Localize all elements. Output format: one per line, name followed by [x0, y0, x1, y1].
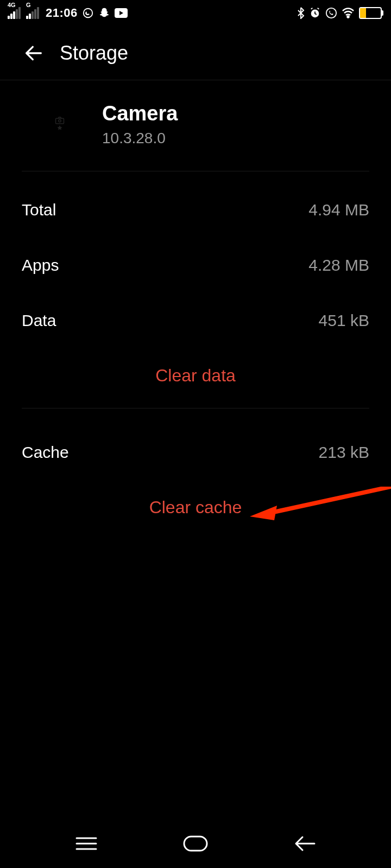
status-bar: 4G G 21:06	[0, 0, 391, 26]
svg-point-6	[59, 119, 61, 122]
apps-label: Apps	[22, 256, 59, 275]
nav-back-button[interactable]	[293, 835, 317, 852]
svg-line-7	[266, 487, 391, 514]
row-data: Data 451 kB	[22, 293, 369, 348]
data-label: Data	[22, 311, 56, 330]
recent-apps-button[interactable]	[74, 835, 98, 852]
cache-value: 213 kB	[319, 443, 369, 462]
row-total: Total 4.94 MB	[22, 182, 369, 238]
clock: 21:06	[46, 6, 78, 20]
app-name: Camera	[102, 102, 178, 125]
row-cache: Cache 213 kB	[22, 425, 369, 480]
navigation-bar	[0, 819, 391, 868]
status-left: 4G G 21:06	[8, 6, 128, 20]
svg-rect-5	[56, 118, 64, 124]
snapchat-icon	[98, 7, 110, 19]
whatsapp-icon	[82, 7, 94, 19]
clear-cache-button[interactable]: Clear cache	[22, 480, 369, 534]
signal-2-label: G	[26, 2, 31, 8]
data-value: 451 kB	[319, 311, 369, 330]
svg-marker-8	[250, 506, 277, 520]
battery-percent: 28	[360, 9, 381, 17]
signal-1: 4G	[8, 7, 21, 19]
total-label: Total	[22, 201, 56, 219]
signal-2: G	[26, 7, 39, 19]
svg-point-4	[348, 16, 349, 18]
app-icon	[52, 117, 68, 133]
battery-indicator: 28	[359, 7, 383, 19]
app-bar: Storage	[0, 26, 391, 80]
divider	[22, 408, 369, 409]
cache-label: Cache	[22, 443, 69, 462]
storage-details: Total 4.94 MB Apps 4.28 MB Data 451 kB C…	[0, 182, 391, 534]
row-apps: Apps 4.28 MB	[22, 238, 369, 293]
youtube-icon	[115, 8, 128, 18]
svg-point-0	[84, 9, 93, 18]
svg-point-3	[326, 8, 336, 18]
signal-1-label: 4G	[8, 2, 16, 8]
apps-value: 4.28 MB	[308, 256, 369, 275]
alarm-icon	[309, 7, 321, 19]
svg-rect-12	[184, 837, 207, 851]
total-value: 4.94 MB	[308, 201, 369, 219]
bluetooth-icon	[297, 7, 305, 19]
wifi-icon	[342, 8, 355, 18]
home-button[interactable]	[182, 835, 209, 852]
clear-cache-label: Clear cache	[149, 497, 242, 518]
call-icon	[325, 7, 337, 19]
clear-data-label: Clear data	[155, 366, 236, 386]
status-right: 28	[297, 7, 383, 19]
app-info-section: Camera 10.3.28.0	[22, 80, 369, 171]
back-button[interactable]	[23, 42, 45, 64]
app-version: 10.3.28.0	[102, 130, 178, 147]
clear-data-button[interactable]: Clear data	[22, 348, 369, 403]
page-title: Storage	[60, 42, 128, 65]
annotation-arrow-icon	[250, 487, 391, 532]
